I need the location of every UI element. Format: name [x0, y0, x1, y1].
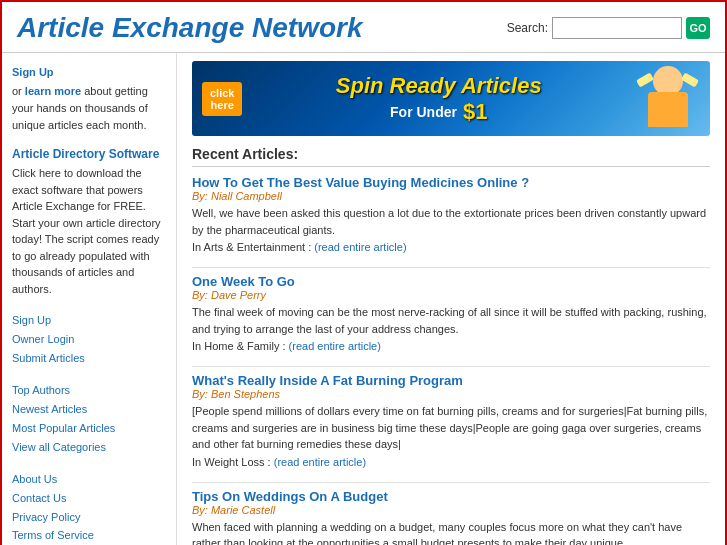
- software-text: Click here to download the exact softwar…: [12, 165, 166, 297]
- recent-articles-heading: Recent Articles:: [192, 146, 710, 167]
- banner-text: Spin Ready Articles For Under $1: [242, 73, 635, 125]
- divider: [192, 267, 710, 268]
- read-more-link[interactable]: (read entire article): [274, 456, 366, 468]
- article-excerpt: The final week of moving can be the most…: [192, 304, 710, 337]
- banner-price: $1: [463, 99, 487, 125]
- article-excerpt: When faced with planning a wedding on a …: [192, 519, 710, 546]
- article-category: In Weight Loss : (read entire article): [192, 456, 710, 468]
- nav-about-us[interactable]: About Us: [12, 470, 166, 489]
- article-author: By: Niall Campbell: [192, 190, 710, 202]
- nav-contact-us[interactable]: Contact Us: [12, 489, 166, 508]
- nav-top-authors[interactable]: Top Authors: [12, 381, 166, 400]
- sidebar-nav-section: Sign Up Owner Login Submit Articles: [12, 311, 166, 367]
- nav-privacy-policy[interactable]: Privacy Policy: [12, 508, 166, 527]
- sidebar-footer-section: About Us Contact Us Privacy Policy Terms…: [12, 470, 166, 545]
- software-heading[interactable]: Article Directory Software: [12, 147, 166, 161]
- divider: [192, 366, 710, 367]
- article-author: By: Marie Castell: [192, 504, 710, 516]
- banner-title: Spin Ready Articles: [242, 73, 635, 99]
- article-item: Tips On Weddings On A Budget By: Marie C…: [192, 489, 710, 546]
- banner-figure: [635, 64, 700, 134]
- signup-link-top[interactable]: Sign Up: [12, 63, 166, 82]
- sidebar-software-section: Article Directory Software Click here to…: [12, 147, 166, 297]
- article-title[interactable]: One Week To Go: [192, 274, 295, 289]
- nav-owner-login[interactable]: Owner Login: [12, 330, 166, 349]
- site-title: Article Exchange Network: [17, 12, 362, 44]
- divider: [192, 482, 710, 483]
- article-excerpt: Well, we have been asked this question a…: [192, 205, 710, 238]
- article-title[interactable]: Tips On Weddings On A Budget: [192, 489, 388, 504]
- sidebar-intro-section: Sign Up or learn more about getting your…: [12, 63, 166, 133]
- main-content: click here Spin Ready Articles For Under…: [177, 53, 725, 545]
- nav-view-categories[interactable]: View all Categories: [12, 438, 166, 457]
- header: Article Exchange Network Search: GO: [2, 2, 725, 53]
- banner-click-button[interactable]: click here: [202, 82, 242, 116]
- article-category: In Arts & Entertainment : (read entire a…: [192, 241, 710, 253]
- article-item: One Week To Go By: Dave Perry The final …: [192, 274, 710, 352]
- search-input[interactable]: [552, 17, 682, 39]
- banner-subtitle: For Under: [390, 104, 457, 120]
- article-excerpt: [People spend millions of dollars every …: [192, 403, 710, 453]
- nav-terms-of-service[interactable]: Terms of Service: [12, 526, 166, 545]
- search-button[interactable]: GO: [686, 17, 710, 39]
- nav-submit-articles[interactable]: Submit Articles: [12, 349, 166, 368]
- sidebar-category-section: Top Authors Newest Articles Most Popular…: [12, 381, 166, 456]
- article-author: By: Ben Stephens: [192, 388, 710, 400]
- article-item: How To Get The Best Value Buying Medicin…: [192, 175, 710, 253]
- article-title[interactable]: What's Really Inside A Fat Burning Progr…: [192, 373, 463, 388]
- nav-signup[interactable]: Sign Up: [12, 311, 166, 330]
- banner[interactable]: click here Spin Ready Articles For Under…: [192, 61, 710, 136]
- nav-newest-articles[interactable]: Newest Articles: [12, 400, 166, 419]
- search-label: Search:: [507, 21, 548, 35]
- article-category: In Home & Family : (read entire article): [192, 340, 710, 352]
- read-more-link[interactable]: (read entire article): [289, 340, 381, 352]
- article-author: By: Dave Perry: [192, 289, 710, 301]
- search-area: Search: GO: [507, 17, 710, 39]
- sidebar-intro: Sign Up or learn more about getting your…: [12, 63, 166, 133]
- article-title[interactable]: How To Get The Best Value Buying Medicin…: [192, 175, 529, 190]
- nav-most-popular[interactable]: Most Popular Articles: [12, 419, 166, 438]
- sidebar: Sign Up or learn more about getting your…: [2, 53, 177, 545]
- learn-more-link[interactable]: learn more: [25, 85, 81, 97]
- article-item: What's Really Inside A Fat Burning Progr…: [192, 373, 710, 468]
- layout: Sign Up or learn more about getting your…: [2, 53, 725, 545]
- read-more-link[interactable]: (read entire article): [314, 241, 406, 253]
